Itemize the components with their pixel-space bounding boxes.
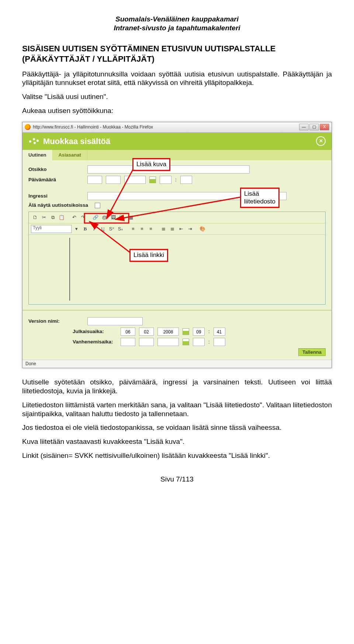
input-van-dd[interactable] — [121, 338, 135, 346]
label-ingressi: Ingressi — [28, 193, 84, 199]
input-jul-yyyy[interactable]: 2008 — [157, 328, 179, 336]
toolbar-copy-icon[interactable]: ⧉ — [49, 213, 57, 222]
toolbar-indent-icon[interactable]: ⇥ — [186, 225, 194, 233]
input-pm-year[interactable] — [124, 176, 146, 184]
page-title: Muokkaa sisältöä — [28, 136, 110, 147]
toolbar-align-right-icon[interactable]: ≡ — [147, 225, 155, 233]
input-van-hh[interactable] — [193, 338, 205, 346]
toolbar-color-icon[interactable]: 🎨 — [198, 225, 206, 233]
toolbar-sup-icon[interactable]: Sˣ — [108, 225, 116, 233]
toolbar-ol-icon[interactable]: ≣ — [159, 225, 167, 233]
firefox-icon — [25, 124, 31, 130]
body-para-6: Jos tiedostoa ei ole vielä tiedostopanki… — [22, 423, 332, 432]
toolbar-redo-icon[interactable]: ↷ — [79, 213, 87, 222]
toolbar-component-icon[interactable]: ▦ — [127, 213, 135, 222]
toolbar-sub-icon[interactable]: Sₓ — [117, 225, 125, 233]
toolbar-align-left-icon[interactable]: ≡ — [129, 225, 137, 233]
label-version-nimi: Version nimi: — [28, 318, 84, 325]
toolbar-link-icon[interactable]: 🔗 — [91, 213, 100, 222]
minimize-button[interactable]: — — [299, 124, 309, 130]
window-title: http://www.finruscc.fi - Hallinnointi - … — [33, 124, 299, 130]
callout-lisaa-liitetiedosto: Lisää liitetiedosto — [240, 188, 280, 208]
input-van-yyyy[interactable] — [157, 338, 179, 346]
callout-liite-l1: Lisää — [244, 190, 259, 197]
calendar-icon[interactable] — [149, 177, 156, 183]
time-colon-3: : — [208, 339, 210, 345]
toolbar-underline-icon[interactable]: U — [99, 225, 107, 233]
close-window-button[interactable]: X — [320, 124, 329, 130]
toolbar-new-icon[interactable]: 🗋 — [31, 213, 39, 222]
toolbar-at-icon[interactable]: @ — [100, 213, 108, 222]
input-jul-mm[interactable]: 02 — [139, 328, 154, 336]
body-para-5: Liitetiedoston liittämistä varten merkit… — [22, 401, 332, 418]
page-title-text: Muokkaa sisältöä — [43, 136, 110, 147]
page-header-bar: Muokkaa sisältöä ✕ — [22, 133, 332, 150]
toolbar-cut-icon[interactable]: ✂ — [40, 213, 48, 222]
toolbar-image-icon[interactable]: 🖼 — [109, 213, 117, 222]
toolbar-dropdown-icon[interactable]: ▾ — [72, 225, 80, 233]
body-para-7: Kuva liitetään vastaavasti kuvakkeesta "… — [22, 437, 332, 446]
bottom-panel: Version nimi: Julkaisuaika: 06 02 2008 0… — [22, 310, 332, 360]
browser-statusbar: Done — [22, 360, 332, 368]
toolbar-style-select[interactable]: Tyyli — [31, 225, 72, 233]
input-jul-hh[interactable]: 09 — [193, 328, 205, 336]
input-van-mm[interactable] — [139, 338, 154, 346]
maximize-button[interactable]: ▢ — [309, 124, 319, 130]
editor-toolbar: 🗋 ✂ ⧉ 📋 ↶ ↷ 🔗 @ 🖼 📎 ▦ Tyyli ▾ — [28, 212, 326, 305]
row-ingressi: Ingressi — [28, 192, 326, 200]
calendar-icon-2[interactable] — [183, 328, 189, 335]
input-pm-min[interactable] — [180, 176, 192, 184]
label-otsikko: Otsikko — [28, 167, 84, 173]
window-buttons: — ▢ X — [299, 124, 329, 130]
callout-kuva-text: Lisää kuva — [136, 161, 166, 168]
toolbar-undo-icon[interactable]: ↶ — [70, 213, 78, 222]
intro-para-2: Valitse "Lisää uusi uutinen". — [22, 92, 332, 101]
save-button[interactable]: Tallenna — [298, 348, 326, 356]
tab-asiasanat[interactable]: Asiasanat — [52, 150, 87, 160]
input-van-min[interactable] — [214, 338, 225, 346]
toolbar-attachment-icon[interactable]: 📎 — [118, 213, 126, 222]
editor-textarea[interactable] — [69, 238, 70, 301]
toolbar-italic-icon[interactable]: I — [90, 225, 98, 233]
input-pm-month[interactable] — [106, 176, 121, 184]
input-jul-min[interactable]: 41 — [214, 328, 225, 336]
time-colon: : — [175, 177, 177, 183]
tab-uutinen[interactable]: Uutinen — [22, 150, 52, 160]
row-ala-nayta: Älä näytä uutisotsikoissa — [28, 202, 326, 209]
page-footer: Sivu 7/113 — [22, 475, 332, 484]
toolbar-ul-icon[interactable]: ≣ — [168, 225, 176, 233]
toolbar-bold-icon[interactable]: B — [81, 225, 89, 233]
section-title: SISÄISEN UUTISEN SYÖTTÄMINEN ETUSIVUN UU… — [22, 44, 332, 65]
label-paivamaara: Päivämäärä — [28, 177, 84, 183]
row-version-nimi: Version nimi: — [28, 317, 326, 325]
row-otsikko: Otsikko — [28, 165, 326, 174]
intro-para-1: Pääkäyttäjä- ja ylläpitotunnuksilla void… — [22, 70, 332, 88]
toolbar-outdent-icon[interactable]: ⇤ — [177, 225, 185, 233]
body-para-4: Uutiselle syötetään otsikko, päivämäärä,… — [22, 378, 332, 395]
input-version-nimi[interactable] — [87, 317, 143, 325]
document-header: Suomalais-Venäläinen kauppakamari Intran… — [22, 15, 332, 32]
close-dialog-button[interactable]: ✕ — [316, 136, 326, 146]
toolbar-align-center-icon[interactable]: ≡ — [138, 225, 146, 233]
row-julkaisuaika: Julkaisuaika: 06 02 2008 09 : 41 — [73, 328, 326, 336]
input-pm-hour[interactable] — [160, 176, 171, 184]
label-vanhenemisaika: Vanhenemisaika: — [73, 339, 117, 345]
logo-dots-icon — [28, 137, 39, 145]
time-colon-2: : — [208, 329, 210, 335]
input-pm-day[interactable] — [87, 176, 102, 184]
toolbar-paste-icon[interactable]: 📋 — [58, 213, 66, 222]
label-ala-nayta: Älä näytä uutisotsikoissa — [28, 202, 91, 209]
callout-lisaa-kuva: Lisää kuva — [132, 158, 170, 171]
callout-lisaa-linkki: Lisää linkki — [129, 249, 168, 261]
toolbar-row-1: 🗋 ✂ ⧉ 📋 ↶ ↷ 🔗 @ 🖼 📎 ▦ — [29, 212, 325, 223]
label-julkaisuaika: Julkaisuaika: — [73, 329, 117, 335]
callout-liite-l2: liitetiedosto — [244, 198, 275, 205]
row-paivamaara: Päivämäärä : — [28, 176, 326, 184]
row-vanhenemisaika: Vanhenemisaika: : — [73, 338, 326, 346]
intro-para-3: Aukeaa uutisen syöttöikkuna: — [22, 106, 332, 115]
browser-window: http://www.finruscc.fi - Hallinnointi - … — [22, 122, 332, 369]
input-jul-dd[interactable]: 06 — [121, 328, 135, 336]
tab-row: Uutinen Asiasanat — [22, 150, 332, 160]
checkbox-ala-nayta[interactable] — [95, 203, 100, 208]
calendar-icon-3[interactable] — [183, 339, 189, 345]
